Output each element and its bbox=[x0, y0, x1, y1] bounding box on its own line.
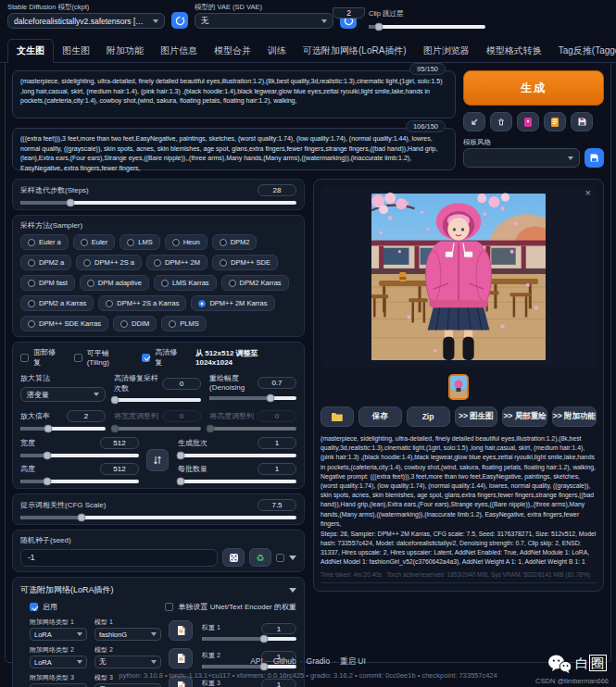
sampler-option-selected[interactable]: DPM++ 2M Karras bbox=[191, 295, 274, 311]
lora-type-select[interactable]: LoRA bbox=[30, 628, 87, 641]
batch-count-input[interactable]: 1 bbox=[258, 437, 296, 449]
sampler-option[interactable]: DPM2 bbox=[212, 234, 258, 250]
extra-seed-checkbox[interactable] bbox=[276, 554, 284, 562]
open-folder-button[interactable] bbox=[321, 406, 354, 427]
style-select[interactable] bbox=[463, 148, 580, 168]
reuse-seed-button[interactable]: ♻ bbox=[249, 548, 271, 567]
sampler-option[interactable]: LMS Karras bbox=[154, 275, 217, 291]
random-seed-button[interactable] bbox=[222, 548, 245, 567]
sampler-option[interactable]: DPM++ 2S a Karras bbox=[98, 295, 186, 311]
sampler-option[interactable]: DPM fast bbox=[20, 275, 75, 291]
sampler-option[interactable]: Heun bbox=[165, 234, 207, 250]
sampler-option[interactable]: Euler bbox=[73, 234, 116, 250]
denoising-input[interactable]: 0.7 bbox=[258, 377, 296, 389]
save-image-button[interactable]: 保存 bbox=[358, 406, 402, 427]
lora-separate-weights-checkbox[interactable]: 单独设置 UNet/Text Encoder 的权重 bbox=[165, 602, 296, 612]
save-style-button[interactable] bbox=[571, 112, 593, 131]
sampler-option[interactable]: DDIM bbox=[113, 316, 157, 331]
upscaler-select[interactable]: 潜变量 bbox=[20, 387, 106, 402]
seed-extra-caret-icon[interactable] bbox=[289, 556, 296, 560]
sampler-option[interactable]: DPM++ 2M bbox=[146, 255, 207, 270]
hires-fix-checkbox[interactable]: 高清修复 bbox=[142, 347, 184, 368]
sampler-option[interactable]: DPM2 Karras bbox=[221, 275, 289, 291]
sampler-option[interactable]: LMS bbox=[119, 234, 159, 250]
sampler-option[interactable]: Euler a bbox=[20, 234, 69, 250]
height-input[interactable]: 512 bbox=[100, 463, 139, 475]
tab-img2img[interactable]: 图生图 bbox=[54, 40, 98, 62]
vae-select[interactable]: 无 bbox=[195, 13, 333, 29]
sampler-option[interactable]: DPM++ 2S a bbox=[76, 255, 142, 270]
cfg-input[interactable]: 7.5 bbox=[258, 499, 296, 511]
resize-height-input[interactable]: 0 bbox=[258, 410, 296, 422]
sampler-option[interactable]: DPM2 a Karras bbox=[20, 295, 94, 311]
hires-steps-input[interactable]: 0 bbox=[162, 378, 201, 390]
sampler-option[interactable]: DPM++ SDE Karras bbox=[20, 316, 108, 331]
upscale-by-slider[interactable] bbox=[20, 427, 106, 431]
tab-png-info[interactable]: 图片信息 bbox=[152, 40, 206, 62]
tab-image-browser[interactable]: 图片浏览器 bbox=[415, 40, 478, 62]
resize-width-input[interactable]: 0 bbox=[162, 410, 201, 422]
lora-model-info-button[interactable] bbox=[169, 620, 193, 641]
sampler-option[interactable]: DPM adaptive bbox=[80, 275, 149, 291]
tiling-checkbox[interactable]: 可平铺(Tiling) bbox=[74, 348, 132, 367]
steps-value-input[interactable]: 28 bbox=[258, 184, 296, 196]
refresh-styles-button[interactable] bbox=[585, 148, 604, 168]
denoising-slider[interactable] bbox=[209, 396, 296, 400]
lora-model-select[interactable]: fashionG bbox=[94, 628, 161, 641]
lora-weight-slider[interactable] bbox=[202, 637, 296, 641]
steps-slider[interactable] bbox=[20, 201, 296, 205]
api-link[interactable]: API bbox=[250, 656, 263, 666]
sampler-option[interactable]: DPM++ SDE bbox=[212, 255, 278, 270]
tab-extras[interactable]: 附加功能 bbox=[98, 40, 152, 62]
tab-txt2img[interactable]: 文生图 bbox=[7, 39, 54, 63]
close-gallery-icon[interactable]: × bbox=[585, 187, 591, 198]
tab-additional-networks[interactable]: 可选附加网络(LoRA插件) bbox=[295, 40, 415, 62]
paste-params-button[interactable] bbox=[463, 112, 485, 131]
tab-train[interactable]: 训练 bbox=[259, 40, 295, 62]
seed-input[interactable]: -1 bbox=[20, 549, 218, 567]
hires-steps-slider[interactable] bbox=[114, 398, 201, 402]
github-link[interactable]: Github bbox=[273, 656, 296, 666]
generated-image[interactable] bbox=[371, 193, 546, 361]
reload-ui-link[interactable]: 重启 UI bbox=[340, 656, 366, 666]
sampler-option[interactable]: PLMS bbox=[161, 316, 206, 331]
positive-prompt-input[interactable]: 95/150 (masterpiece, sidelighting, ultra… bbox=[12, 70, 456, 119]
batch-size-input[interactable]: 1 bbox=[258, 463, 296, 475]
tab-model-convert[interactable]: 模型格式转换 bbox=[478, 40, 550, 62]
height-slider[interactable] bbox=[20, 480, 139, 483]
sampler-option[interactable]: DPM2 a bbox=[20, 255, 71, 270]
extra-networks-button[interactable] bbox=[517, 112, 539, 131]
batch-count-slider[interactable] bbox=[178, 454, 296, 457]
face-restore-checkbox[interactable]: 面部修复 bbox=[20, 347, 63, 368]
tab-checkpoint-merger[interactable]: 模型合并 bbox=[206, 40, 259, 62]
lora-enable-checkbox[interactable]: 启用 bbox=[30, 602, 57, 612]
resize-width-slider[interactable] bbox=[114, 427, 201, 431]
refresh-checkpoint-button[interactable] bbox=[171, 12, 188, 29]
generate-button[interactable]: 生成 bbox=[463, 70, 604, 106]
gradio-link[interactable]: Gradio bbox=[307, 656, 331, 666]
apply-style-button[interactable] bbox=[544, 112, 566, 131]
negative-prompt-input[interactable]: 106/150 (((extra feet))),3 feet,more tha… bbox=[12, 128, 456, 170]
swap-dimensions-button[interactable] bbox=[146, 449, 169, 471]
resize-height-slider[interactable] bbox=[209, 427, 296, 431]
save-zip-button[interactable]: Zip bbox=[407, 406, 450, 427]
lora-weight-input[interactable]: 1 bbox=[261, 623, 296, 634]
lora-accordion-header[interactable]: 可选附加网络(LoRA插件) bbox=[20, 582, 296, 600]
width-input[interactable]: 512 bbox=[100, 437, 139, 449]
upscale-by-input[interactable]: 2 bbox=[67, 410, 106, 422]
send-to-inpaint-button[interactable]: >> 局部重绘 bbox=[502, 406, 547, 427]
checkpoint-select[interactable]: dalceforealistictallyv2.safetensors [733… bbox=[7, 13, 165, 29]
clip-skip-slider[interactable] bbox=[369, 25, 485, 29]
hires-resize-note: 从 512x512 调整至 1024x1024 bbox=[195, 348, 296, 367]
clear-prompt-button[interactable] bbox=[490, 112, 512, 131]
cfg-slider[interactable] bbox=[20, 516, 296, 519]
radio-icon bbox=[28, 259, 35, 267]
send-to-img2img-button[interactable]: >> 图生图 bbox=[455, 406, 498, 427]
radio-icon bbox=[28, 320, 35, 328]
send-to-extras-button[interactable]: >> 附加功能 bbox=[552, 406, 597, 427]
thumbnail-selected[interactable] bbox=[448, 374, 469, 400]
batch-size-slider[interactable] bbox=[178, 480, 296, 483]
width-slider[interactable] bbox=[20, 454, 139, 457]
tab-tagger[interactable]: Tag反推(Tagger) bbox=[550, 40, 616, 62]
clip-skip-value-input[interactable]: 2 bbox=[333, 7, 365, 19]
